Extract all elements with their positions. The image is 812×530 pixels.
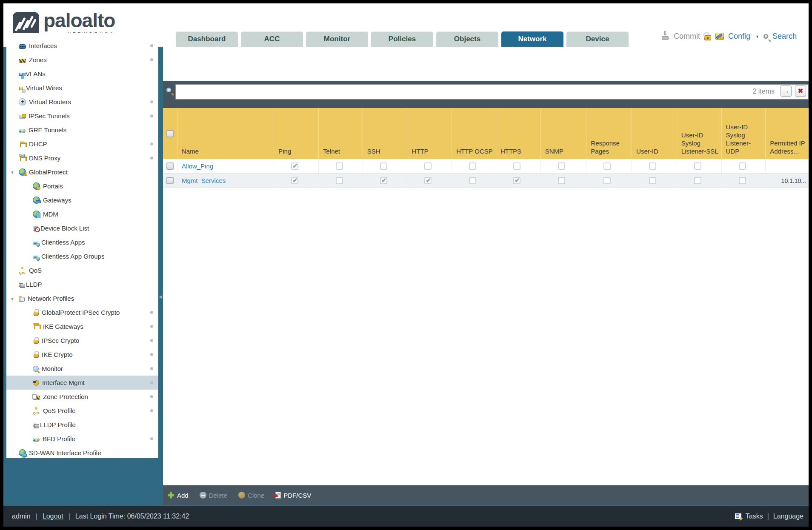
sidebar-item-label: GlobalProtect IPSec Crypto — [42, 309, 120, 316]
sidebar-item-clientless-app-groups[interactable]: Clientless App Groups — [6, 249, 158, 263]
sidebar-item-interfaces[interactable]: Interfaces — [6, 39, 158, 53]
ssh-checkbox[interactable] — [380, 177, 387, 184]
sidebar-item-label: BFD Profile — [43, 435, 75, 442]
https-checkbox[interactable] — [513, 177, 520, 184]
sidebar-item-globalprotect-ipsec-crypto[interactable]: GlobalProtect IPSec Crypto — [6, 305, 158, 319]
sidebar-item-sd-wan-interface-profile[interactable]: SD-WAN Interface Profile — [6, 446, 158, 458]
select-all-checkbox[interactable] — [166, 130, 174, 137]
column-header-http[interactable]: HTTP — [407, 108, 452, 159]
ping-checkbox[interactable] — [291, 162, 298, 170]
column-header-user-id[interactable]: User-ID — [632, 108, 677, 159]
sidebar-item-interface-mgmt[interactable]: Interface Mgmt — [6, 376, 158, 390]
user-id-checkbox[interactable] — [649, 162, 656, 170]
sidebar-item-monitor[interactable]: Monitor — [6, 362, 158, 376]
tab-monitor[interactable]: Monitor — [306, 31, 368, 47]
profile-name-link[interactable]: Allow_Ping — [182, 162, 213, 170]
ssh-checkbox[interactable] — [380, 162, 387, 170]
sidebar-item-mdm[interactable]: MDM — [6, 207, 158, 221]
column-header-ping[interactable]: Ping — [274, 108, 319, 159]
user-id-syslog-listener-udp-checkbox[interactable] — [739, 177, 746, 184]
column-header-user-id-syslog-listener-udp[interactable]: User-ID Syslog Listener-UDP — [722, 108, 766, 159]
telnet-checkbox[interactable] — [336, 162, 343, 170]
tab-objects[interactable]: Objects — [436, 31, 498, 47]
sidebar-item-dns-proxy[interactable]: DNS Proxy — [6, 151, 158, 165]
column-header-snmp[interactable]: SNMP — [541, 108, 587, 159]
search-icon[interactable] — [763, 34, 768, 39]
telnet-checkbox[interactable] — [336, 177, 343, 184]
sidebar-item-ipsec-crypto[interactable]: IPSec Crypto — [6, 333, 158, 348]
sidebar-item-network-profiles[interactable]: ▼Network Profiles — [6, 291, 158, 305]
chevron-down-icon[interactable]: ▼ — [755, 34, 759, 39]
snmp-checkbox[interactable] — [558, 162, 565, 170]
add-button[interactable]: Add — [167, 492, 189, 499]
commit-button[interactable]: Commit — [674, 32, 700, 41]
sidebar-item-ike-gateways[interactable]: IKE Gateways — [6, 319, 158, 333]
chevron-expanded-icon[interactable]: ▼ — [10, 170, 14, 175]
https-checkbox[interactable] — [513, 162, 520, 170]
logout-link[interactable]: Logout — [43, 513, 63, 520]
config-button[interactable]: Config — [728, 32, 750, 41]
response-pages-checkbox[interactable] — [603, 162, 611, 170]
http-checkbox[interactable] — [424, 177, 432, 184]
sidebar-item-virtual-routers[interactable]: Virtual Routers — [6, 95, 158, 109]
search-button[interactable]: Search — [772, 32, 797, 41]
pdf-csv-button[interactable]: PDF/CSV — [275, 492, 311, 499]
snmp-checkbox[interactable] — [558, 177, 565, 184]
chevron-expanded-icon[interactable]: ▼ — [10, 296, 14, 301]
sdwan-icon — [19, 449, 26, 456]
sidebar-item-gateways[interactable]: Gateways — [6, 193, 158, 207]
column-header-telnet[interactable]: Telnet — [319, 108, 363, 159]
http-checkbox[interactable] — [424, 162, 432, 170]
tasks-icon[interactable] — [735, 513, 741, 519]
tab-dashboard[interactable]: Dashboard — [176, 31, 238, 47]
tab-policies[interactable]: Policies — [371, 31, 433, 47]
user-id-syslog-listener-ssl-checkbox[interactable] — [694, 162, 701, 170]
user-id-syslog-listener-ssl-checkbox[interactable] — [694, 177, 701, 184]
row-select-checkbox[interactable] — [166, 162, 174, 170]
sidebar-item-device-block-list[interactable]: Device Block List — [6, 221, 158, 235]
sidebar-item-ipsec-tunnels[interactable]: IPSec Tunnels — [6, 109, 158, 123]
row-select-checkbox[interactable] — [166, 177, 174, 184]
sidebar-item-globalprotect[interactable]: ▼GlobalProtect — [6, 165, 158, 179]
tasks-button[interactable]: Tasks — [746, 513, 763, 520]
apply-filter-icon[interactable]: → — [781, 85, 792, 97]
column-header-https[interactable]: HTTPS — [496, 108, 541, 159]
tab-network[interactable]: Network — [501, 31, 563, 47]
profile-name-link[interactable]: Mgmt_Services — [182, 177, 226, 184]
language-button[interactable]: Language — [773, 513, 803, 520]
response-pages-checkbox[interactable] — [603, 177, 611, 184]
sidebar-collapse-icon[interactable]: ◀ — [159, 294, 162, 299]
http-ocsp-checkbox[interactable] — [469, 177, 476, 184]
sidebar-item-virtual-wires[interactable]: Virtual Wires — [6, 81, 158, 95]
sidebar-item-lldp[interactable]: LLDP — [6, 277, 158, 291]
sidebar-item-gre-tunnels[interactable]: GRE Tunnels — [6, 123, 158, 137]
http-ocsp-checkbox[interactable] — [469, 162, 476, 170]
config-icon[interactable] — [715, 33, 724, 40]
filter-input[interactable] — [175, 84, 809, 100]
tab-device[interactable]: Device — [566, 31, 629, 47]
column-header-response-pages[interactable]: Response Pages — [586, 108, 632, 159]
padlock-unlocked-icon[interactable] — [704, 35, 711, 40]
column-header-ssh[interactable]: SSH — [363, 108, 408, 159]
column-header-name[interactable]: Name — [177, 108, 274, 159]
clear-filter-icon[interactable]: ✖ — [795, 85, 806, 97]
column-header-permitted-ip-address[interactable]: Permitted IP Address... — [766, 108, 809, 159]
sidebar-item-dhcp[interactable]: DHCP — [6, 137, 158, 151]
column-header-user-id-syslog-listener-ssl[interactable]: User-ID Syslog Listener-SSL — [677, 108, 722, 159]
sidebar-item-vlans[interactable]: VLANs — [6, 67, 158, 81]
column-header-http-ocsp[interactable]: HTTP OCSP — [452, 108, 496, 159]
user-id-syslog-listener-udp-checkbox[interactable] — [739, 162, 746, 170]
ping-checkbox[interactable] — [291, 177, 298, 184]
sidebar-item-zones[interactable]: Zones — [6, 53, 158, 67]
sidebar-item-bfd-profile[interactable]: BFD Profile — [6, 432, 158, 446]
user-id-checkbox[interactable] — [649, 177, 656, 184]
sidebar-item-clientless-apps[interactable]: Clientless Apps — [6, 235, 158, 249]
sidebar-item-lldp-profile[interactable]: LLDP Profile — [6, 418, 158, 432]
sidebar-item-portals[interactable]: Portals — [6, 179, 158, 193]
sidebar-item-zone-protection[interactable]: Zone Protection — [6, 390, 158, 404]
commit-icon[interactable] — [661, 33, 669, 40]
sidebar-item-ike-crypto[interactable]: IKE Crypto — [6, 348, 158, 362]
tab-acc[interactable]: ACC — [241, 31, 303, 47]
sidebar-item-qos[interactable]: QoS — [6, 263, 158, 277]
sidebar-item-qos-profile[interactable]: QoS Profile — [6, 404, 158, 418]
